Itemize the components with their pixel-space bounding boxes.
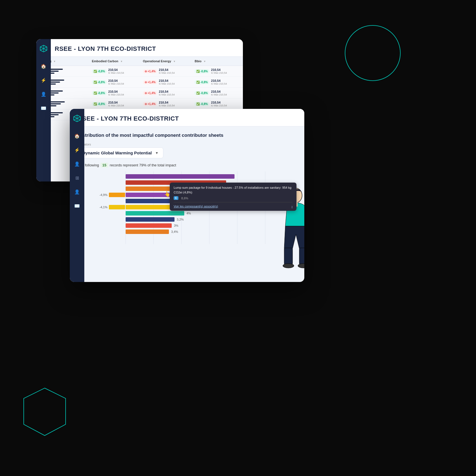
- metric-sub: Ic Max 210,54: [108, 82, 124, 85]
- operational-cell-3: ⊖ +1,4% 210,54 Ic Max 210,54: [140, 99, 192, 109]
- svg-text:3,2%: 3,2%: [177, 218, 184, 221]
- deco-hexagon: [22, 387, 67, 437]
- col-bbio-arrow: ▼: [204, 60, 206, 63]
- bbio-cell-3: ✅ -0,8% 210,54 Ic Max 210,54: [192, 99, 243, 109]
- svg-point-31: [298, 264, 304, 268]
- metric-value: 210,54: [211, 68, 227, 71]
- svg-text:3,4%: 3,4%: [171, 230, 178, 233]
- back-card-header: RSEE - LYON 7TH ECO-DISTRICT: [36, 39, 243, 57]
- metric-sub: Ic Max 210,54: [108, 71, 124, 74]
- dropdown-arrow-icon: ▼: [155, 151, 159, 155]
- metric-value: 210,54: [108, 90, 124, 93]
- svg-rect-7: [126, 174, 235, 179]
- metric-value: 210,54: [159, 101, 175, 104]
- metric-value: 210,54: [108, 101, 124, 104]
- table-row[interactable]: ⊞ ✅ -0,8% 210,54 Ic Max 210,54 ⊖ +1,4% 2…: [36, 88, 243, 99]
- svg-rect-16: [109, 205, 125, 209]
- tooltip-text: Lump sum package for 9 individual houses…: [174, 185, 293, 195]
- col-operational-arrow: ▼: [173, 60, 176, 63]
- sidebar: 🏠 ⚡ 👤 ✉️: [36, 39, 51, 181]
- embodied-cell-1: ✅ -0,8% 210,54 Ic Max 210,54: [89, 77, 140, 88]
- front-sidebar-item-energy[interactable]: ⚡: [74, 147, 80, 153]
- col-operational[interactable]: Operational Energy ▼: [140, 57, 192, 66]
- operational-cell-2: ⊖ +1,4% 210,54 Ic Max 210,54: [140, 88, 192, 99]
- svg-rect-22: [126, 223, 172, 228]
- metric-badge: ✅ -0,8%: [195, 91, 209, 95]
- col-bbio[interactable]: Bbio ▼: [192, 57, 243, 66]
- sidebar-item-mail[interactable]: ✉️: [40, 105, 47, 111]
- svg-text:-4,9%: -4,9%: [99, 193, 107, 197]
- metric-badge: ✅ -0,8%: [92, 91, 107, 95]
- metric-badge: ⊖ +1,4%: [143, 102, 157, 106]
- metric-sub: Ic Max 210,54: [108, 104, 124, 107]
- metric-sub: Ic Max 210,54: [211, 82, 227, 85]
- front-card: 🏠 ⚡ 👤 ⊞ 👤 ✉️ RSEE - LYON 7TH ECO-DISTRIC…: [70, 109, 304, 282]
- front-sidebar-item-home[interactable]: 🏠: [74, 133, 80, 139]
- tooltip-link[interactable]: Voir les composant(s) associé(s) ›: [174, 202, 293, 208]
- embodied-cell-2: ✅ -0,8% 210,54 Ic Max 210,54: [89, 88, 140, 99]
- operational-cell-0: ⊖ +1,4% 210,54 Ic Max 210,54: [140, 66, 192, 77]
- metric-sub: Ic Max 210,54: [108, 93, 124, 96]
- metric-badge: ✅ -0,8%: [195, 102, 209, 106]
- svg-rect-24: [126, 229, 169, 234]
- metric-value: 210,54: [211, 101, 227, 104]
- svg-text:4%: 4%: [186, 212, 191, 215]
- metric-badge: ✅ -0,8%: [92, 102, 107, 106]
- deco-circle: [345, 25, 401, 81]
- front-card-title: RSEE - LYON 7TH ECO-DISTRICT: [78, 115, 296, 122]
- back-card-title: RSEE - LYON 7TH ECO-DISTRICT: [55, 45, 235, 52]
- col-building-arrow: ▼: [53, 60, 56, 63]
- metric-value: 210,54: [108, 68, 124, 71]
- svg-text:3%: 3%: [174, 224, 178, 227]
- metric-badge: ✅ -0,8%: [92, 80, 107, 84]
- tooltip-link-arrow: ›: [291, 205, 293, 208]
- metric-badge: ⊖ +1,4%: [143, 69, 157, 73]
- metric-value: 210,54: [159, 90, 175, 93]
- metric-sub: Ic Max 210,54: [211, 71, 227, 74]
- metric-badge: ⊖ +1,4%: [143, 80, 157, 84]
- col-embodied-arrow: ▼: [120, 60, 123, 63]
- sidebar-item-energy[interactable]: ⚡: [40, 77, 47, 83]
- metric-value: 210,54: [159, 68, 175, 71]
- bbio-cell-2: ✅ -0,8% 210,54 Ic Max 210,54: [192, 88, 243, 99]
- svg-marker-0: [24, 388, 66, 436]
- metric-sub: Ic Max 210,54: [159, 71, 175, 74]
- records-count: 15: [101, 163, 108, 168]
- sidebar-item-home[interactable]: 🏠: [40, 63, 47, 69]
- metric-sub: Ic Max 210,54: [159, 82, 175, 85]
- table-row[interactable]: ⊞ ✅ -0,8% 210,54 Ic Max 210,54 ⊖ +1,4% 2…: [36, 99, 243, 109]
- records-text: The following 15 records represent 79% o…: [78, 163, 296, 168]
- col-embodied[interactable]: Embodied Carbon ▼: [89, 57, 140, 66]
- tooltip-badge: C: [174, 196, 178, 200]
- indicators-label: Indicators: [78, 143, 296, 146]
- bbio-cell-0: ✅ -0,8% 210,54 Ic Max 210,54: [192, 66, 243, 77]
- dropdown-value: Dynamic Global Warming Potential: [82, 150, 152, 155]
- table-row[interactable]: 🏠 ✅ -0,8% 210,54 Ic Max 210,54 ⊖ +1,4% 2…: [36, 66, 243, 77]
- cursor-indicator: 👆: [164, 191, 170, 197]
- tooltip-percentage: 8,6%: [181, 197, 188, 200]
- embodied-cell-3: ✅ -0,8% 210,54 Ic Max 210,54: [89, 99, 140, 109]
- metric-badge: ✅ -0,8%: [195, 80, 209, 84]
- section-title: Distribution of the most impactful compo…: [78, 133, 296, 138]
- svg-rect-29: [299, 248, 304, 265]
- embodied-cell-0: ✅ -0,8% 210,54 Ic Max 210,54: [89, 66, 140, 77]
- svg-rect-28: [284, 248, 293, 265]
- table-row[interactable]: ⊞ ✅ -0,8% 210,54 Ic Max 210,54 ⊖ +1,4% 2…: [36, 77, 243, 88]
- metric-sub: Ic Max 210,54: [159, 93, 175, 96]
- sidebar-item-user[interactable]: 👤: [40, 91, 47, 97]
- svg-rect-20: [126, 217, 174, 222]
- metric-sub: Ic Max 210,54: [211, 104, 227, 107]
- metric-badge: ⊖ +1,4%: [143, 91, 157, 95]
- chart-area: -4,9% 4,6% -4,1% 4% 3,2% 3% 3: [78, 171, 296, 250]
- tooltip: Lump sum package for 9 individual houses…: [170, 183, 296, 211]
- indicator-dropdown[interactable]: Dynamic Global Warming Potential ▼: [78, 147, 163, 158]
- front-sidebar-logo: [73, 114, 82, 123]
- operational-cell-1: ⊖ +1,4% 210,54 Ic Max 210,54: [140, 77, 192, 88]
- front-sidebar-item-user[interactable]: 👤: [74, 161, 80, 167]
- metric-value: 210,54: [211, 79, 227, 82]
- metric-sub: Ic Max 210,54: [159, 104, 175, 107]
- metric-badge: ✅ -0,8%: [195, 69, 209, 73]
- metric-sub: Ic Max 210,54: [211, 93, 227, 96]
- bbio-cell-1: ✅ -0,8% 210,54 Ic Max 210,54: [192, 77, 243, 88]
- metric-value: 210,54: [108, 79, 124, 82]
